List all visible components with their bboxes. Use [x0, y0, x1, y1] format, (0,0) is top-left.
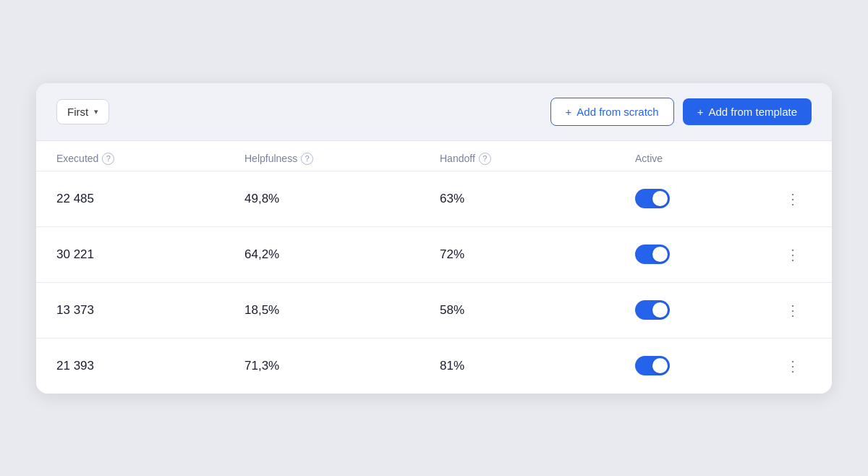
help-icon-helpfulness[interactable]: ?: [301, 153, 313, 165]
toggle-cell-3: [635, 356, 780, 375]
cell-helpfulness-3: 71,3%: [244, 359, 440, 373]
toggle-knob-3: [652, 358, 668, 373]
cell-handoff-2: 58%: [440, 303, 635, 318]
table-row: 30 221 64,2% 72% ⋮: [36, 226, 832, 282]
table-row: 13 373 18,5% 58% ⋮: [36, 282, 832, 338]
column-headers: Executed ? Helpfulness ? Handoff ? Activ…: [36, 141, 832, 171]
more-button-1[interactable]: ⋮: [780, 243, 806, 266]
cell-executed-3: 21 393: [56, 359, 244, 373]
help-icon-handoff[interactable]: ?: [479, 153, 491, 165]
col-header-handoff: Handoff ?: [440, 153, 635, 165]
cell-handoff-1: 72%: [440, 247, 635, 262]
table-area: Executed ? Helpfulness ? Handoff ? Activ…: [36, 141, 832, 394]
help-icon-executed[interactable]: ?: [102, 153, 114, 165]
toggle-cell-2: [635, 300, 780, 320]
header-actions: + Add from scratch + Add from template: [550, 98, 812, 126]
more-button-3[interactable]: ⋮: [780, 354, 806, 378]
cell-handoff-0: 63%: [440, 192, 635, 206]
col-header-actions: [780, 153, 823, 165]
header-bar: First ▾ + Add from scratch + Add from te…: [36, 83, 832, 141]
more-cell-1: ⋮: [780, 243, 823, 266]
chevron-down-icon: ▾: [94, 107, 98, 116]
dropdown-label: First: [67, 106, 88, 118]
add-from-scratch-button[interactable]: + Add from scratch: [550, 98, 674, 126]
cell-handoff-3: 81%: [440, 359, 635, 373]
active-toggle-0[interactable]: [635, 189, 670, 208]
table-row: 22 485 49,8% 63% ⋮: [36, 171, 832, 226]
main-card: First ▾ + Add from scratch + Add from te…: [36, 83, 832, 394]
cell-helpfulness-1: 64,2%: [244, 247, 440, 262]
cell-helpfulness-0: 49,8%: [244, 192, 440, 206]
cell-helpfulness-2: 18,5%: [244, 303, 440, 318]
cell-executed-1: 30 221: [56, 247, 244, 262]
more-cell-3: ⋮: [780, 354, 823, 378]
more-cell-2: ⋮: [780, 299, 823, 322]
toggle-knob-1: [652, 247, 668, 262]
more-button-0[interactable]: ⋮: [780, 187, 806, 211]
cell-executed-2: 13 373: [56, 303, 244, 318]
col-header-helpfulness: Helpfulness ?: [244, 153, 440, 165]
toggle-knob-0: [652, 191, 668, 206]
add-from-scratch-label: Add from scratch: [576, 106, 658, 118]
more-cell-0: ⋮: [780, 187, 823, 211]
cell-executed-0: 22 485: [56, 192, 244, 206]
plus-icon-scratch: +: [566, 106, 572, 118]
active-toggle-3[interactable]: [635, 356, 670, 375]
active-toggle-2[interactable]: [635, 300, 670, 320]
more-button-2[interactable]: ⋮: [780, 299, 806, 322]
toggle-cell-1: [635, 245, 780, 264]
first-dropdown[interactable]: First ▾: [56, 99, 109, 124]
table-row: 21 393 71,3% 81% ⋮: [36, 338, 832, 394]
plus-icon-template: +: [697, 106, 704, 118]
add-from-template-button[interactable]: + Add from template: [683, 98, 812, 125]
col-header-executed: Executed ?: [56, 153, 244, 165]
active-toggle-1[interactable]: [635, 245, 670, 264]
col-header-active: Active: [635, 153, 780, 165]
add-from-template-label: Add from template: [708, 106, 797, 118]
toggle-knob-2: [652, 302, 668, 318]
toggle-cell-0: [635, 189, 780, 208]
